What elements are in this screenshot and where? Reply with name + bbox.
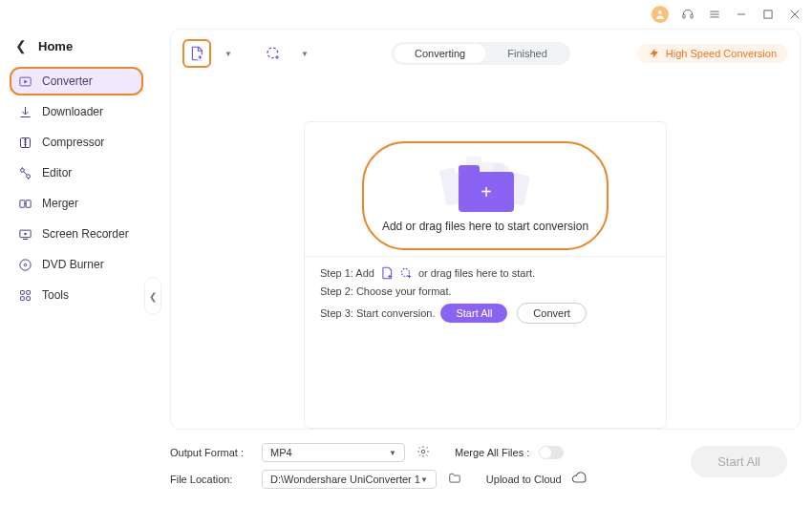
minimize-icon[interactable] xyxy=(734,7,749,22)
close-icon[interactable] xyxy=(787,7,802,22)
back-icon[interactable]: ❮ xyxy=(15,38,25,53)
sidebar-item-downloader[interactable]: Downloader xyxy=(10,97,143,126)
svg-point-0 xyxy=(658,11,662,14)
add-file-dropdown-icon[interactable]: ▼ xyxy=(224,50,232,58)
main-content: ▼ ▼ Converting Finished High Speed Conve… xyxy=(153,29,812,506)
upload-cloud-label: Upload to Cloud xyxy=(486,474,562,485)
sidebar-item-label: Editor xyxy=(42,166,72,179)
svg-rect-1 xyxy=(683,14,685,18)
svg-rect-18 xyxy=(19,200,24,207)
convert-pill[interactable]: Convert xyxy=(517,303,587,324)
svg-line-15 xyxy=(23,171,27,175)
svg-rect-19 xyxy=(26,200,31,207)
collapse-sidebar-handle[interactable]: ❮ xyxy=(144,277,161,315)
lightning-icon xyxy=(649,48,660,59)
maximize-icon[interactable] xyxy=(760,7,776,22)
folder-stack-icon: + xyxy=(438,158,533,210)
step-1: Step 1: Add or drag files here to start. xyxy=(320,266,651,280)
file-location-label: File Location: xyxy=(170,474,252,485)
screen-recorder-icon xyxy=(17,226,32,242)
sidebar-item-label: DVD Burner xyxy=(42,258,104,271)
title-bar xyxy=(0,0,812,29)
step-1-prefix: Step 1: Add xyxy=(320,267,374,279)
open-folder-icon[interactable] xyxy=(446,472,463,487)
svg-point-33 xyxy=(401,268,409,276)
add-file-button[interactable] xyxy=(182,39,211,68)
chevron-down-icon: ▼ xyxy=(389,449,396,457)
svg-rect-2 xyxy=(691,14,693,18)
svg-point-34 xyxy=(421,450,425,453)
support-icon[interactable] xyxy=(680,7,695,22)
mini-add-file-icon[interactable] xyxy=(380,266,394,280)
output-settings-icon[interactable] xyxy=(415,445,432,460)
file-location-select[interactable]: D:\Wondershare UniConverter 1 ▼ xyxy=(262,470,437,489)
output-format-value: MP4 xyxy=(270,447,292,458)
tab-converting[interactable]: Converting xyxy=(394,44,486,63)
menu-icon[interactable] xyxy=(707,7,722,22)
sidebar-item-dvd-burner[interactable]: DVD Burner xyxy=(10,250,143,279)
add-folder-icon: + xyxy=(459,172,514,212)
tools-icon xyxy=(17,287,32,303)
file-location-value: D:\Wondershare UniConverter 1 xyxy=(270,474,420,485)
converter-icon xyxy=(17,74,32,89)
svg-rect-28 xyxy=(20,296,24,300)
step-3-text: Step 3: Start conversion. xyxy=(320,307,435,319)
hsc-label: High Speed Conversion xyxy=(666,48,777,59)
home-row[interactable]: ❮ Home xyxy=(10,34,143,67)
output-format-label: Output Format : xyxy=(170,447,252,458)
sidebar-item-tools[interactable]: Tools xyxy=(10,281,143,309)
sidebar: ❮ Home Converter Downloader Compressor E… xyxy=(0,29,153,506)
merger-icon xyxy=(17,196,32,211)
status-segment: Converting Finished xyxy=(392,42,570,65)
add-url-dropdown-icon[interactable]: ▼ xyxy=(301,50,309,58)
svg-rect-7 xyxy=(764,11,772,18)
sidebar-item-compressor[interactable]: Compressor xyxy=(10,128,143,157)
merge-all-toggle[interactable] xyxy=(539,446,564,459)
svg-point-24 xyxy=(19,259,30,269)
step-1-suffix: or drag files here to start. xyxy=(418,267,535,279)
sidebar-item-label: Tools xyxy=(42,288,69,302)
drop-zone[interactable]: + Add or drag files here to start conver… xyxy=(362,141,609,250)
sidebar-item-merger[interactable]: Merger xyxy=(10,189,143,218)
drop-area-wrap: + Add or drag files here to start conver… xyxy=(182,68,788,429)
panel: ▼ ▼ Converting Finished High Speed Conve… xyxy=(170,29,801,430)
dvd-burner-icon xyxy=(17,257,32,272)
start-all-pill[interactable]: Start All xyxy=(440,304,507,323)
start-all-button[interactable]: Start All xyxy=(691,446,787,477)
user-avatar[interactable] xyxy=(652,6,669,23)
sidebar-item-label: Converter xyxy=(42,74,93,88)
svg-marker-11 xyxy=(24,79,28,83)
svg-rect-29 xyxy=(26,296,30,300)
output-format-select[interactable]: MP4 ▼ xyxy=(262,443,405,462)
sidebar-item-converter[interactable]: Converter xyxy=(10,67,143,95)
merge-all-label: Merge All Files : xyxy=(455,447,529,458)
sidebar-item-label: Downloader xyxy=(42,105,103,118)
sidebar-item-label: Screen Recorder xyxy=(42,227,129,241)
downloader-icon xyxy=(17,104,32,119)
high-speed-conversion-button[interactable]: High Speed Conversion xyxy=(637,44,788,63)
step-3: Step 3: Start conversion. Start All Conv… xyxy=(320,303,651,324)
svg-rect-27 xyxy=(26,290,30,294)
svg-point-25 xyxy=(24,264,27,266)
svg-point-22 xyxy=(24,232,27,235)
sidebar-item-editor[interactable]: Editor xyxy=(10,158,143,187)
home-label: Home xyxy=(38,39,73,53)
sidebar-item-label: Merger xyxy=(42,197,78,210)
sidebar-item-label: Compressor xyxy=(42,136,104,149)
drop-zone-text: Add or drag files here to start conversi… xyxy=(382,220,588,233)
svg-rect-26 xyxy=(20,290,24,294)
steps: Step 1: Add or drag files here to start.… xyxy=(305,256,666,324)
drop-card: + Add or drag files here to start conver… xyxy=(304,121,667,429)
sidebar-item-screen-recorder[interactable]: Screen Recorder xyxy=(10,220,143,248)
tab-finished[interactable]: Finished xyxy=(486,44,568,63)
add-url-button[interactable] xyxy=(259,39,288,68)
compressor-icon xyxy=(17,135,32,150)
mini-add-url-icon[interactable] xyxy=(399,266,413,280)
cloud-icon[interactable] xyxy=(571,471,587,488)
step-2-text: Step 2: Choose your format. xyxy=(320,285,452,297)
panel-toolbar: ▼ ▼ Converting Finished High Speed Conve… xyxy=(182,39,788,68)
chevron-down-icon: ▼ xyxy=(420,475,428,484)
step-2: Step 2: Choose your format. xyxy=(320,285,651,297)
editor-icon xyxy=(17,165,32,180)
